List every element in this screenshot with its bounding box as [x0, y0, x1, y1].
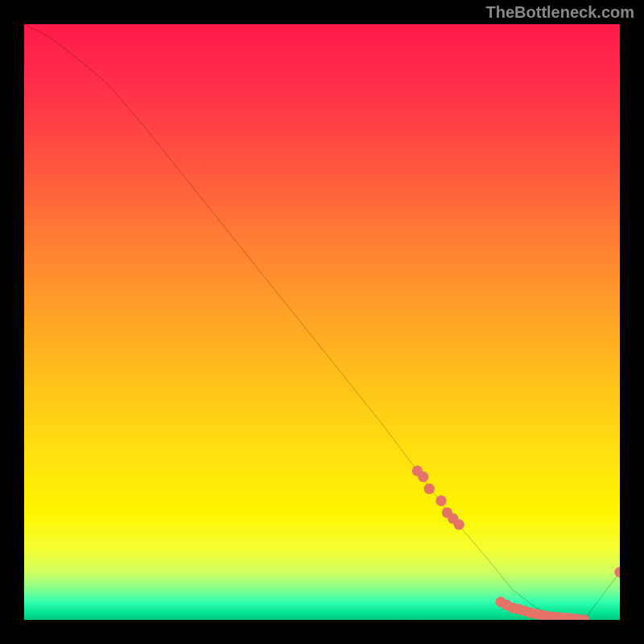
chart-svg [24, 24, 620, 620]
data-points [412, 465, 620, 620]
data-point [614, 567, 620, 577]
data-point [418, 472, 428, 482]
chart-container: TheBottleneck.com [0, 0, 644, 644]
watermark-text: TheBottleneck.com [486, 3, 634, 22]
data-point [436, 495, 446, 506]
curve-line [24, 24, 620, 620]
data-point [424, 484, 435, 494]
data-point [454, 519, 464, 530]
